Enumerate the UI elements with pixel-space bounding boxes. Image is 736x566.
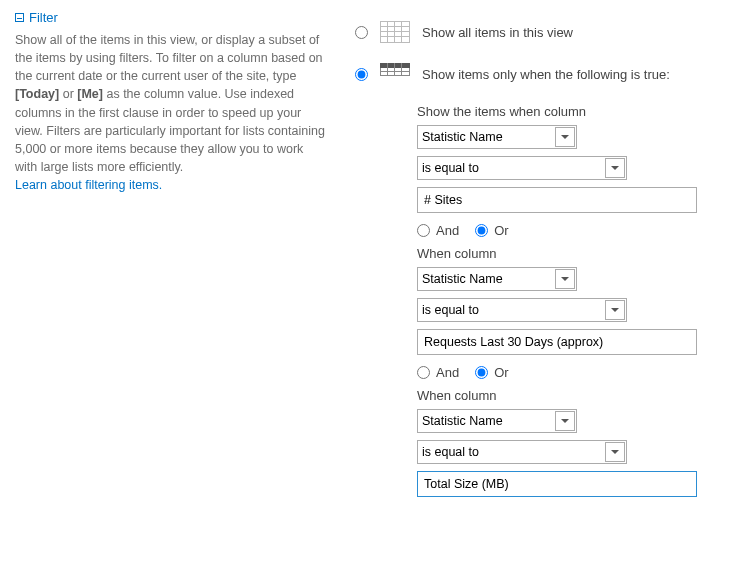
desc-me: [Me] — [77, 87, 103, 101]
value-input-1[interactable] — [417, 187, 697, 213]
desc-part1: Show all of the items in this view, or d… — [15, 33, 323, 83]
and-label-2: And — [436, 365, 459, 380]
table-filter-icon — [378, 62, 412, 86]
mode-all-label: Show all items in this view — [422, 25, 573, 40]
value-input-2[interactable] — [417, 329, 697, 355]
operator-select-2[interactable]: is equal to — [417, 298, 627, 322]
column-select-3[interactable]: Statistic Name — [417, 409, 577, 433]
column-select-1[interactable]: Statistic Name — [417, 125, 577, 149]
or-label-1: Or — [494, 223, 508, 238]
section-title: Filter — [29, 10, 58, 25]
filter-description: Show all of the items in this view, or d… — [15, 31, 325, 194]
mode-filter-label: Show items only when the following is tr… — [422, 67, 670, 82]
mode-all-radio[interactable] — [355, 26, 368, 39]
and-radio-1[interactable] — [417, 224, 430, 237]
when-label-3: When column — [417, 388, 721, 403]
mode-filter-radio[interactable] — [355, 68, 368, 81]
and-label-1: And — [436, 223, 459, 238]
or-label-2: Or — [494, 365, 508, 380]
desc-today: [Today] — [15, 87, 59, 101]
operator-select-3[interactable]: is equal to — [417, 440, 627, 464]
column-select-2[interactable]: Statistic Name — [417, 267, 577, 291]
when-label-2: When column — [417, 246, 721, 261]
value-input-3[interactable] — [417, 471, 697, 497]
operator-select-1[interactable]: is equal to — [417, 156, 627, 180]
and-radio-2[interactable] — [417, 366, 430, 379]
desc-or: or — [59, 87, 77, 101]
table-all-icon — [378, 20, 412, 44]
or-radio-1[interactable] — [475, 224, 488, 237]
filter-intro-label: Show the items when column — [417, 104, 721, 119]
or-radio-2[interactable] — [475, 366, 488, 379]
collapse-icon[interactable] — [15, 13, 24, 22]
learn-filtering-link[interactable]: Learn about filtering items. — [15, 178, 162, 192]
